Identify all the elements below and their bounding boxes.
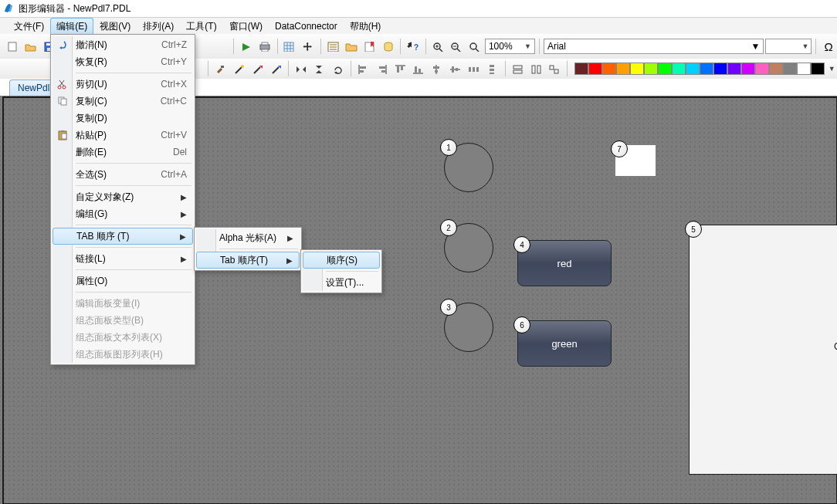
svg-rect-8 (262, 42, 268, 45)
menu-help[interactable]: 帮助(H) (344, 18, 388, 35)
folder-icon[interactable] (343, 38, 360, 55)
svg-rect-59 (452, 66, 454, 73)
menu-item-undo[interactable]: 撤消(N)Ctrl+Z (53, 36, 193, 53)
zoom-out-icon[interactable] (449, 38, 466, 55)
flip-v-icon[interactable] (311, 60, 328, 77)
color-swatch[interactable] (783, 63, 797, 75)
same-width-icon[interactable] (510, 60, 527, 77)
dist-v-icon[interactable] (484, 60, 501, 77)
submenu-item-tab-order[interactable]: Tab 顺序(T)▶ (196, 252, 300, 269)
color-swatch[interactable] (755, 63, 769, 75)
same-size-icon[interactable] (546, 60, 563, 77)
menu-item-custom-object[interactable]: 自定义对象(Z)▶ (53, 188, 193, 205)
align-center-h-icon[interactable] (429, 60, 446, 77)
menu-item-copy[interactable]: 复制(C)Ctrl+C (53, 93, 193, 110)
menu-edit[interactable]: 编辑(E) (50, 18, 93, 35)
color-swatch[interactable] (630, 63, 644, 75)
font-size-select[interactable]: ▼ (765, 39, 812, 54)
align-top-icon[interactable] (392, 60, 409, 77)
canvas-circle-3[interactable]: 3 (444, 303, 493, 352)
align-left-icon[interactable] (355, 60, 372, 77)
menu-item-tab-order[interactable]: TAB 顺序 (T)▶ (53, 228, 193, 245)
color-swatch[interactable] (811, 63, 825, 75)
rotate-icon[interactable] (330, 60, 347, 77)
execute-icon[interactable] (238, 38, 255, 55)
paste-icon (56, 128, 69, 142)
edit-dropdown-menu: 撤消(N)Ctrl+Z 恢复(R)Ctrl+Y 剪切(U)Ctrl+X 复制(C… (50, 34, 195, 365)
help-arrow-icon[interactable]: ? (405, 38, 422, 55)
dist-h-icon[interactable] (466, 60, 483, 77)
leaf-item-sequence[interactable]: 顺序(S) (303, 252, 380, 269)
menu-dataconnector[interactable]: DataConnector (269, 18, 344, 35)
pick1-icon[interactable] (249, 60, 266, 77)
menu-item-config-panel-text: 组态面板文本列表(X) (53, 329, 193, 346)
same-height-icon[interactable] (528, 60, 545, 77)
canvas-circle-2[interactable]: 2 (444, 223, 493, 272)
align-bottom-icon[interactable] (411, 60, 428, 77)
menu-item-cut[interactable]: 剪切(U)Ctrl+X (53, 76, 193, 93)
menu-item-edit-panel-var: 编辑面板变量(I) (53, 295, 193, 312)
menu-arrange[interactable]: 排列(A) (137, 18, 180, 35)
wand-icon[interactable] (231, 60, 248, 77)
color-swatch[interactable] (658, 63, 672, 75)
svg-rect-50 (397, 66, 399, 73)
canvas-button-green[interactable]: 6 green (517, 320, 612, 367)
leaf-item-settings[interactable]: 设置(T)... (303, 274, 380, 291)
color-swatch[interactable] (672, 63, 686, 75)
palette-more-icon[interactable]: ▼ (826, 60, 837, 77)
zoom-level-select[interactable]: 100% ▼ (485, 39, 535, 54)
color-swatch[interactable] (602, 63, 616, 75)
svg-rect-10 (284, 42, 293, 52)
menu-item-links[interactable]: 链接(L)▶ (53, 250, 193, 267)
menu-tools[interactable]: 工具(T) (180, 18, 222, 35)
menu-item-select-all[interactable]: 全选(S)Ctrl+A (53, 166, 193, 183)
open-icon[interactable] (23, 38, 40, 55)
menu-item-group[interactable]: 编组(G)▶ (53, 205, 193, 222)
grid-snap-icon[interactable] (282, 38, 299, 55)
align-center-v-icon[interactable] (447, 60, 464, 77)
submenu-item-alpha-cursor[interactable]: Alpha 光标(A)▶ (196, 229, 300, 246)
color-swatch[interactable] (686, 63, 700, 75)
canvas-circle-1[interactable]: 1 (444, 143, 493, 192)
svg-rect-51 (401, 66, 403, 70)
pick2-icon[interactable] (268, 60, 285, 77)
printer-icon[interactable] (256, 38, 273, 55)
omega-symbol-icon[interactable]: Ω (820, 38, 837, 55)
color-swatch[interactable] (713, 63, 727, 75)
zoom-in-icon[interactable] (430, 38, 447, 55)
menu-item-paste[interactable]: 粘贴(P)Ctrl+V (53, 127, 193, 144)
menu-item-delete[interactable]: 删除(E)Del (53, 144, 193, 161)
canvas-white-box[interactable]: 7 (615, 145, 656, 176)
db-icon[interactable] (380, 38, 397, 55)
chevron-right-icon: ▶ (173, 193, 187, 201)
color-swatch[interactable] (741, 63, 755, 75)
svg-rect-53 (415, 66, 417, 73)
svg-rect-57 (435, 70, 438, 73)
canvas-button-red[interactable]: 4 red (517, 240, 612, 286)
zoom-fit-icon[interactable] (466, 38, 483, 55)
menu-item-duplicate[interactable]: 复制(D) (53, 110, 193, 127)
color-swatch[interactable] (574, 63, 588, 75)
color-swatch[interactable] (644, 63, 658, 75)
font-select[interactable]: Arial ▼ (544, 39, 764, 54)
color-swatch[interactable] (769, 63, 783, 75)
list-icon[interactable] (325, 38, 342, 55)
move-icon[interactable] (300, 38, 317, 55)
chevron-down-icon: ▼ (802, 42, 809, 50)
hammer-icon[interactable] (212, 60, 229, 77)
color-swatch[interactable] (616, 63, 630, 75)
bookmark-icon[interactable] (361, 38, 378, 55)
menu-file[interactable]: 文件(F) (8, 18, 50, 35)
menu-item-properties[interactable]: 属性(O) (53, 272, 193, 289)
menu-item-redo[interactable]: 恢复(R)Ctrl+Y (53, 53, 193, 70)
new-icon[interactable] (5, 38, 22, 55)
color-swatch[interactable] (727, 63, 741, 75)
color-swatch[interactable] (700, 63, 713, 75)
menu-window[interactable]: 窗口(W) (223, 18, 269, 35)
color-swatch[interactable] (588, 63, 602, 75)
align-right-icon[interactable] (374, 60, 391, 77)
color-swatch[interactable] (797, 63, 811, 75)
flip-h-icon[interactable] (293, 60, 310, 77)
canvas-rect-big[interactable]: 5 GSC (689, 225, 837, 475)
menu-view[interactable]: 视图(V) (93, 18, 137, 35)
